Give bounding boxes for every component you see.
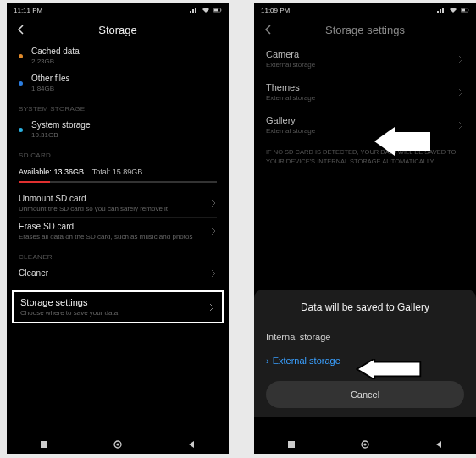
row-cached-data[interactable]: Cached data 2.23GB (7, 42, 229, 69)
row-other-files[interactable]: Other files 1.84GB (7, 69, 229, 97)
dialog-title: Data will be saved to Gallery (266, 301, 464, 313)
battery-icon (461, 7, 469, 14)
sd-total-value: 15.89GB (113, 168, 143, 176)
back-icon[interactable] (263, 24, 274, 36)
battery-icon (213, 7, 222, 14)
svg-rect-2 (214, 9, 218, 12)
system-storage-value: 10.31GB (31, 131, 217, 139)
row-gallery[interactable]: Gallery External storage (254, 108, 476, 141)
wifi-icon (202, 7, 210, 14)
row-system-storage[interactable]: System storage 10.31GB (7, 116, 229, 143)
left-content: Cached data 2.23GB Other files 1.84GB SY… (7, 42, 229, 435)
nav-back-icon[interactable] (434, 440, 443, 449)
nav-home-icon[interactable] (113, 440, 122, 449)
row-label: Camera (266, 49, 457, 59)
header: Storage (7, 17, 229, 42)
dialog-save-location: Data will be saved to Gallery Internal s… (254, 290, 476, 417)
unmount-label: Unmount SD card (19, 194, 210, 203)
row-cleaner[interactable]: Cleaner (7, 264, 229, 282)
nav-recent-icon[interactable] (287, 440, 296, 449)
section-system-storage: SYSTEM STORAGE (7, 97, 229, 116)
option-external-storage[interactable]: External storage (266, 349, 464, 372)
option-internal-storage[interactable]: Internal storage (266, 325, 464, 349)
section-sd-card: SD CARD (7, 143, 229, 163)
nav-recent-icon[interactable] (40, 440, 48, 449)
row-erase-sd[interactable]: Erase SD card Erases all data on the SD … (7, 218, 229, 245)
section-cleaner: CLEANER (7, 245, 229, 264)
phone-left-storage: 11:11 PM Storage Cached data 2.23GB Othe… (7, 3, 229, 454)
row-themes[interactable]: Themes External storage (254, 75, 476, 108)
signal-icon (437, 7, 446, 14)
row-sub: External storage (266, 127, 457, 135)
svg-rect-9 (288, 441, 295, 448)
nav-home-icon[interactable] (361, 440, 369, 449)
cleaner-label: Cleaner (19, 268, 210, 278)
row-unmount-sd[interactable]: Unmount SD card Unmount the SD card so y… (7, 190, 229, 217)
svg-point-5 (116, 443, 119, 445)
svg-rect-1 (221, 9, 222, 10)
chevron-right-icon (457, 122, 464, 129)
sd-total-label: Total: (92, 168, 111, 176)
phone-right-storage-settings: 11:09 PM Storage settings Camera Externa… (254, 3, 476, 454)
sd-available-label: Available: (19, 168, 52, 176)
chevron-right-icon (210, 228, 217, 235)
back-icon[interactable] (15, 24, 27, 36)
right-content: Camera External storage Themes External … (254, 42, 476, 435)
unmount-sub: Unmount the SD card so you can safely re… (19, 205, 210, 212)
svg-rect-8 (462, 9, 465, 12)
row-sub: External storage (266, 94, 457, 102)
warning-text: IF NO SD CARD IS DETECTED, YOUR DATA WIL… (254, 141, 476, 173)
cached-label: Cached data (31, 47, 217, 56)
status-bar: 11:09 PM (254, 3, 476, 17)
system-storage-label: System storage (31, 120, 217, 130)
nav-bar (7, 435, 229, 454)
dot-icon (19, 54, 23, 58)
erase-label: Erase SD card (19, 222, 210, 231)
erase-sub: Erases all data on the SD card, such as … (19, 233, 210, 240)
sd-usage-bar (19, 181, 217, 183)
other-value: 1.84GB (31, 85, 217, 92)
svg-point-11 (363, 443, 366, 445)
status-time: 11:11 PM (14, 7, 42, 14)
svg-rect-7 (468, 9, 469, 10)
status-icons (437, 7, 469, 14)
wifi-icon (449, 7, 457, 14)
svg-rect-3 (41, 441, 47, 448)
page-title: Storage (7, 24, 229, 36)
chevron-right-icon (208, 304, 215, 311)
row-label: Gallery (266, 115, 457, 125)
row-camera[interactable]: Camera External storage (254, 42, 476, 75)
dot-icon (19, 128, 23, 132)
row-sub: External storage (266, 61, 457, 69)
row-label: Themes (266, 82, 457, 92)
storage-settings-label: Storage settings (20, 297, 208, 307)
storage-settings-sub: Choose where to save your data (20, 309, 208, 317)
signal-icon (190, 7, 198, 14)
chevron-right-icon (457, 56, 464, 63)
row-storage-settings[interactable]: Storage settings Choose where to save yo… (12, 290, 224, 323)
other-label: Other files (31, 74, 217, 83)
chevron-right-icon (210, 270, 217, 277)
cancel-button[interactable]: Cancel (266, 381, 464, 408)
chevron-right-icon (457, 89, 464, 96)
header: Storage settings (254, 17, 476, 42)
status-time: 11:09 PM (261, 7, 290, 14)
nav-back-icon[interactable] (187, 440, 196, 449)
status-bar: 11:11 PM (7, 3, 229, 17)
sd-usage-fill (19, 181, 50, 183)
nav-bar (254, 435, 476, 454)
cached-value: 2.23GB (31, 58, 217, 65)
dot-icon (19, 81, 23, 86)
status-icons (190, 7, 222, 14)
page-title: Storage settings (254, 24, 476, 36)
chevron-right-icon (210, 200, 217, 207)
sd-info: Available: 13.36GB Total: 15.89GB (7, 163, 229, 178)
sd-available-value: 13.36GB (53, 168, 84, 176)
